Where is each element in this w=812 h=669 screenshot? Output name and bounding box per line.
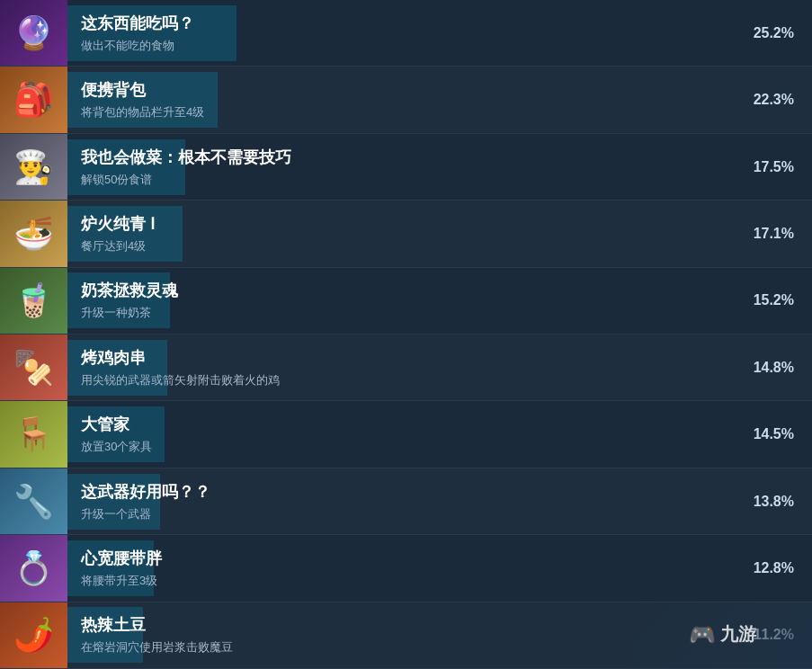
achievement-percentage: 14.8% [740, 360, 812, 376]
achievement-list: 🔮这东西能吃吗？做出不能吃的食物25.2%🎒便携背包将背包的物品栏升至4级22.… [0, 0, 812, 669]
achievement-text-container: 心宽腰带胖将腰带升至3级 [81, 548, 727, 589]
icon-background: 🎒 [0, 67, 67, 133]
achievement-row[interactable]: 🌶️热辣土豆在熔岩洞穴使用岩浆击败魔豆11.2%🎮九游 [0, 602, 812, 669]
achievement-content: 这武器好用吗？？升级一个武器 [67, 474, 740, 530]
achievement-title: 这武器好用吗？？ [81, 481, 727, 503]
icon-background: 💍 [0, 535, 67, 602]
achievement-percentage: 13.8% [740, 494, 812, 510]
achievement-title: 我也会做菜：根本不需要技巧 [81, 147, 727, 168]
achievement-title: 便携背包 [81, 79, 727, 101]
achievement-percentage: 17.1% [740, 226, 812, 242]
achievement-content: 我也会做菜：根本不需要技巧解锁50份食谱 [67, 139, 740, 195]
achievement-text-container: 我也会做菜：根本不需要技巧解锁50份食谱 [81, 147, 727, 188]
achievement-content: 大管家放置30个家具 [67, 406, 740, 462]
icon-background: 🍜 [0, 201, 67, 267]
icon-background: 🌶️ [0, 602, 67, 669]
achievement-text-container: 大管家放置30个家具 [81, 414, 727, 455]
achievement-row[interactable]: 🎒便携背包将背包的物品栏升至4级22.3% [0, 67, 812, 133]
achievement-content: 便携背包将背包的物品栏升至4级 [67, 72, 740, 128]
achievement-percentage: 15.2% [740, 292, 812, 308]
achievement-icon: 🍜 [0, 201, 67, 267]
achievement-content: 烤鸡肉串用尖锐的武器或箭矢射附击败着火的鸡 [67, 340, 740, 396]
icon-background: 🔮 [0, 0, 67, 67]
icon-background: 👨‍🍳 [0, 134, 67, 201]
achievement-title: 心宽腰带胖 [81, 548, 727, 569]
achievement-text-container: 炉火纯青 Ⅰ餐厅达到4级 [81, 213, 727, 254]
achievement-icon: 💍 [0, 535, 67, 602]
achievement-description: 放置30个家具 [81, 439, 727, 455]
achievement-row[interactable]: 👨‍🍳我也会做菜：根本不需要技巧解锁50份食谱17.5% [0, 134, 812, 201]
achievement-title: 烤鸡肉串 [81, 347, 727, 369]
achievement-description: 升级一种奶茶 [81, 305, 727, 321]
achievement-row[interactable]: 💍心宽腰带胖将腰带升至3级12.8% [0, 535, 812, 602]
achievement-description: 用尖锐的武器或箭矢射附击败着火的鸡 [81, 372, 727, 388]
icon-background: 🧋 [0, 268, 67, 334]
achievement-description: 将腰带升至3级 [81, 573, 727, 589]
achievement-row[interactable]: 🔮这东西能吃吗？做出不能吃的食物25.2% [0, 0, 812, 67]
achievement-icon: 🎒 [0, 67, 67, 133]
icon-background: 🍢 [0, 334, 67, 401]
icon-background: 🪑 [0, 401, 67, 468]
achievement-row[interactable]: 🔧这武器好用吗？？升级一个武器13.8% [0, 468, 812, 535]
achievement-icon: 🧋 [0, 268, 67, 334]
achievement-description: 解锁50份食谱 [81, 172, 727, 188]
achievement-description: 将背包的物品栏升至4级 [81, 104, 727, 120]
achievement-icon: 🌶️ [0, 602, 67, 669]
achievement-text-container: 烤鸡肉串用尖锐的武器或箭矢射附击败着火的鸡 [81, 347, 727, 388]
achievement-percentage: 22.3% [740, 92, 812, 108]
achievement-title: 热辣土豆 [81, 614, 727, 636]
achievement-description: 升级一个武器 [81, 506, 727, 522]
achievement-percentage: 17.5% [740, 159, 812, 175]
achievement-content: 奶茶拯救灵魂升级一种奶茶 [67, 272, 740, 328]
achievement-content: 心宽腰带胖将腰带升至3级 [67, 540, 740, 596]
achievement-icon: 🪑 [0, 401, 67, 468]
achievement-title: 奶茶拯救灵魂 [81, 280, 727, 301]
achievement-icon: 🔮 [0, 0, 67, 67]
achievement-icon: 👨‍🍳 [0, 134, 67, 201]
achievement-icon: 🍢 [0, 334, 67, 401]
achievement-text-container: 热辣土豆在熔岩洞穴使用岩浆击败魔豆 [81, 614, 727, 656]
achievement-row[interactable]: 🍢烤鸡肉串用尖锐的武器或箭矢射附击败着火的鸡14.8% [0, 334, 812, 401]
achievement-text-container: 便携背包将背包的物品栏升至4级 [81, 79, 727, 120]
achievement-content: 热辣土豆在熔岩洞穴使用岩浆击败魔豆 [67, 607, 740, 663]
achievement-title: 这东西能吃吗？ [81, 13, 727, 34]
achievement-percentage: 25.2% [740, 25, 812, 41]
achievement-content: 炉火纯青 Ⅰ餐厅达到4级 [67, 206, 740, 262]
achievement-text-container: 这东西能吃吗？做出不能吃的食物 [81, 13, 727, 54]
achievement-percentage: 14.5% [740, 426, 812, 442]
achievement-percentage: 12.8% [740, 560, 812, 576]
achievement-content: 这东西能吃吗？做出不能吃的食物 [67, 5, 740, 61]
achievement-description: 在熔岩洞穴使用岩浆击败魔豆 [81, 639, 727, 656]
achievement-row[interactable]: 🪑大管家放置30个家具14.5% [0, 401, 812, 468]
achievement-row[interactable]: 🧋奶茶拯救灵魂升级一种奶茶15.2% [0, 268, 812, 334]
achievement-text-container: 这武器好用吗？？升级一个武器 [81, 481, 727, 522]
icon-background: 🔧 [0, 468, 67, 535]
achievement-row[interactable]: 🍜炉火纯青 Ⅰ餐厅达到4级17.1% [0, 201, 812, 267]
achievement-title: 大管家 [81, 414, 727, 435]
achievement-text-container: 奶茶拯救灵魂升级一种奶茶 [81, 280, 727, 321]
achievement-description: 餐厅达到4级 [81, 238, 727, 254]
achievement-title: 炉火纯青 Ⅰ [81, 213, 727, 235]
achievement-icon: 🔧 [0, 468, 67, 535]
achievement-description: 做出不能吃的食物 [81, 38, 727, 54]
